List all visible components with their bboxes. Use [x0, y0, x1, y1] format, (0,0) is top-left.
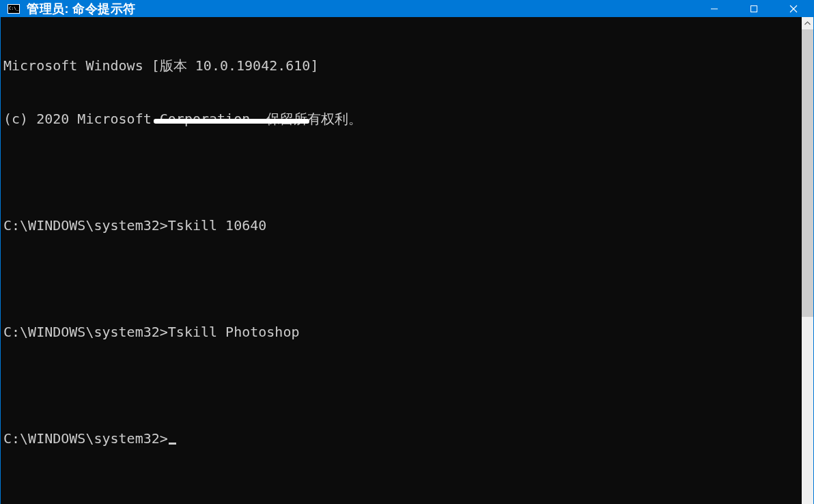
command-1: Tskill 10640	[168, 217, 267, 234]
scrollbar-track[interactable]	[802, 29, 813, 504]
window-controls	[694, 1, 813, 17]
prompt-1: C:\WINDOWS\system32>	[3, 217, 168, 234]
scrollbar-up-button[interactable]	[802, 17, 813, 29]
prompt-2: C:\WINDOWS\system32>	[3, 324, 168, 340]
svg-rect-0	[711, 9, 718, 10]
command-2: Tskill Photoshop	[168, 324, 300, 340]
vertical-scrollbar[interactable]	[802, 17, 813, 504]
cmd-app-icon	[8, 4, 20, 14]
annotation-underline	[154, 119, 309, 124]
text-cursor	[169, 443, 176, 445]
blank-line-1	[3, 163, 799, 181]
command-line-2: C:\WINDOWS\system32>Tskill Photoshop	[3, 323, 799, 341]
maximize-icon	[750, 5, 758, 13]
titlebar[interactable]: 管理员: 命令提示符	[1, 1, 813, 17]
header-line-2: (c) 2020 Microsoft Corporation. 保留所有权利。	[3, 110, 799, 128]
chevron-up-icon	[804, 21, 811, 25]
close-button[interactable]	[774, 1, 813, 17]
minimize-icon	[710, 5, 718, 13]
blank-line-2	[3, 270, 799, 288]
terminal-output[interactable]: Microsoft Windows [版本 10.0.19042.610] (c…	[1, 17, 802, 504]
scrollbar-thumb[interactable]	[802, 29, 813, 317]
prompt-3: C:\WINDOWS\system32>	[3, 430, 168, 447]
command-line-1: C:\WINDOWS\system32>Tskill 10640	[3, 216, 799, 234]
cmd-window: 管理员: 命令提示符 Microsoft Windows [版本 10.0.19…	[0, 0, 814, 504]
blank-line-3	[3, 376, 799, 394]
maximize-button[interactable]	[734, 1, 774, 17]
close-icon	[789, 5, 798, 13]
header-line-1: Microsoft Windows [版本 10.0.19042.610]	[3, 57, 799, 74]
client-area: Microsoft Windows [版本 10.0.19042.610] (c…	[1, 17, 813, 504]
svg-rect-1	[751, 6, 757, 12]
window-title: 管理员: 命令提示符	[27, 1, 136, 17]
minimize-button[interactable]	[694, 1, 734, 17]
current-prompt-line: C:\WINDOWS\system32>	[3, 430, 799, 447]
